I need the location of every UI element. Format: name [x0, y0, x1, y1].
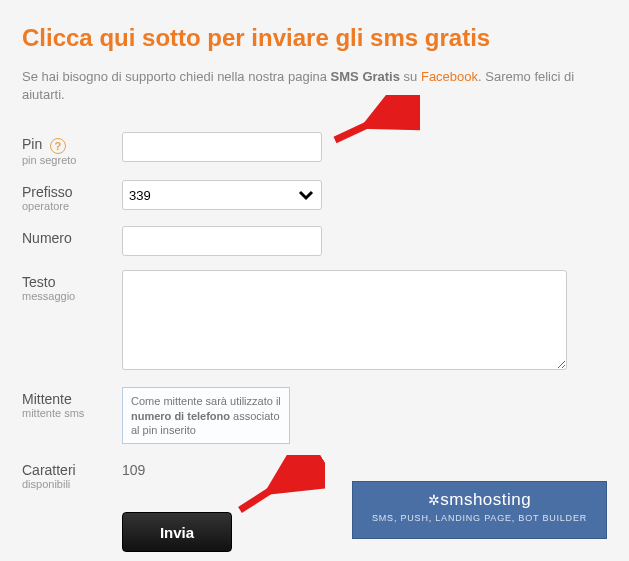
- mittente-sublabel: mittente sms: [22, 407, 122, 419]
- submit-button[interactable]: Invia: [122, 512, 232, 552]
- caratteri-label: Caratteri: [22, 462, 76, 478]
- prefisso-select[interactable]: 339: [122, 180, 322, 210]
- numero-input[interactable]: [122, 226, 322, 256]
- intro-part2: su: [404, 69, 421, 84]
- mittente-info-1: Come mittente sarà utilizzato il: [131, 395, 281, 407]
- caratteri-value: 109: [122, 458, 567, 478]
- flower-icon: ✲: [428, 492, 441, 508]
- testo-label: Testo: [22, 274, 55, 290]
- page-title: Clicca qui sotto per inviare gli sms gra…: [22, 24, 607, 52]
- mittente-info-box: Come mittente sarà utilizzato il numero …: [122, 387, 290, 444]
- prefisso-sublabel: operatore: [22, 200, 122, 212]
- pin-label: Pin: [22, 136, 42, 152]
- promo-subtitle: SMS, PUSH, LANDING PAGE, BOT BUILDER: [353, 513, 606, 523]
- intro-text: Se hai bisogno di supporto chiedi nella …: [22, 68, 607, 104]
- intro-part1: Se hai bisogno di supporto chiedi nella …: [22, 69, 331, 84]
- testo-textarea[interactable]: [122, 270, 567, 370]
- caratteri-sublabel: disponibili: [22, 478, 122, 490]
- mittente-info-bold: numero di telefono: [131, 410, 230, 422]
- prefisso-label: Prefisso: [22, 184, 73, 200]
- pin-sublabel: pin segreto: [22, 154, 122, 166]
- help-icon[interactable]: ?: [50, 138, 66, 154]
- numero-label: Numero: [22, 230, 72, 246]
- intro-bold: SMS Gratis: [331, 69, 400, 84]
- promo-box[interactable]: ✲smshosting SMS, PUSH, LANDING PAGE, BOT…: [352, 481, 607, 539]
- testo-sublabel: messaggio: [22, 290, 122, 302]
- facebook-link[interactable]: Facebook: [421, 69, 478, 84]
- pin-input[interactable]: [122, 132, 322, 162]
- promo-title: ✲smshosting: [353, 490, 606, 510]
- mittente-label: Mittente: [22, 391, 72, 407]
